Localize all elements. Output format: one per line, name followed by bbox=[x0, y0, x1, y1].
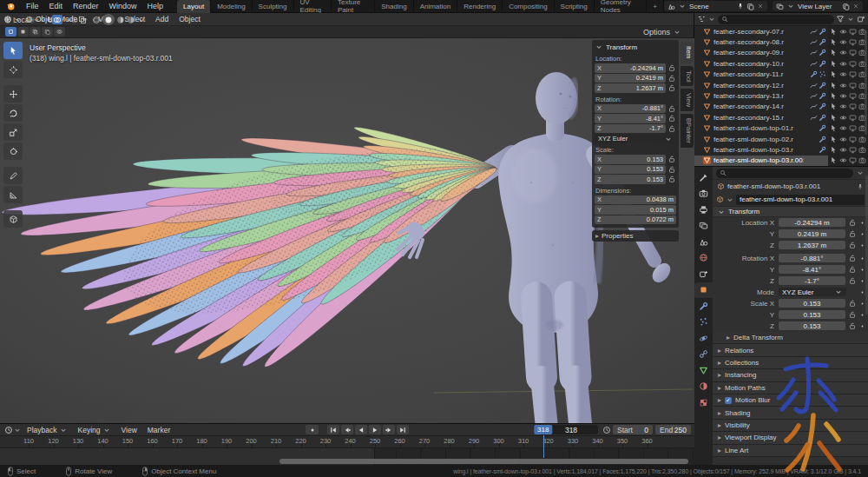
play-reverse-button[interactable] bbox=[355, 425, 367, 434]
select-mode-set[interactable] bbox=[5, 27, 16, 36]
frame-end-field[interactable]: End 250 bbox=[655, 425, 691, 434]
collapse-icon[interactable] bbox=[595, 43, 603, 51]
panel-relations[interactable]: ▸ Relations bbox=[713, 344, 868, 356]
new-scene-icon[interactable] bbox=[746, 3, 754, 10]
lock-icon[interactable] bbox=[667, 155, 676, 163]
select-mode-invert[interactable] bbox=[42, 27, 53, 36]
outliner-item[interactable]: feather-secondary-09.r bbox=[694, 48, 868, 58]
animate-dot[interactable] bbox=[858, 279, 865, 283]
properties-tab-collection[interactable] bbox=[694, 266, 713, 282]
property-value-field[interactable]: 0.153 bbox=[779, 299, 845, 308]
hide-in-viewport-icon[interactable] bbox=[839, 92, 847, 100]
selectable-toggle-icon[interactable] bbox=[830, 82, 838, 89]
value-field-z[interactable]: Z1.2637 m bbox=[595, 83, 666, 93]
lock-icon[interactable] bbox=[667, 83, 676, 92]
properties-search-input[interactable] bbox=[716, 169, 853, 178]
sidebar-tab-bpainter[interactable]: BPainter bbox=[681, 114, 694, 148]
tool-move-button[interactable] bbox=[3, 85, 23, 103]
workspace-tab-animation[interactable]: Animation bbox=[414, 0, 458, 13]
rotation-mode-dropdown[interactable]: XYZ Euler bbox=[595, 134, 676, 143]
animate-dot[interactable] bbox=[858, 290, 865, 295]
lock-icon[interactable] bbox=[667, 114, 676, 123]
tool-rotate-button[interactable] bbox=[3, 104, 23, 122]
disable-in-viewports-icon[interactable] bbox=[849, 146, 857, 154]
animate-dot[interactable] bbox=[858, 232, 865, 236]
timeline-menu-keying[interactable]: Keying bbox=[73, 426, 116, 434]
disable-in-viewports-icon[interactable] bbox=[849, 60, 857, 68]
lock-icon[interactable] bbox=[667, 104, 676, 113]
properties-subpanel[interactable]: ▸ Properties bbox=[592, 230, 679, 242]
menu-render[interactable]: Render bbox=[68, 1, 104, 11]
pin-icon[interactable] bbox=[737, 3, 744, 10]
pivot-point-dropdown[interactable] bbox=[3, 16, 23, 24]
remove-view-layer-icon[interactable] bbox=[852, 3, 859, 10]
new-collection-icon[interactable] bbox=[857, 15, 865, 23]
property-value-field[interactable]: -0.881° bbox=[779, 254, 845, 263]
timeline-scrollbar[interactable] bbox=[279, 459, 688, 464]
lock-icon[interactable] bbox=[848, 218, 857, 227]
property-value-field[interactable]: -1.7° bbox=[779, 276, 845, 286]
outliner-item[interactable]: feather-secondary-15.r bbox=[694, 112, 868, 123]
selectable-toggle-icon[interactable] bbox=[830, 28, 838, 36]
properties-tab-output[interactable] bbox=[694, 202, 713, 218]
hide-in-viewport-icon[interactable] bbox=[839, 82, 847, 89]
disable-in-viewports-icon[interactable] bbox=[849, 49, 857, 56]
value-field-y[interactable]: Y0.015 m bbox=[595, 205, 676, 215]
tool-scale-button[interactable] bbox=[3, 123, 23, 141]
disable-in-renders-icon[interactable] bbox=[858, 146, 866, 154]
disable-in-viewports-icon[interactable] bbox=[849, 114, 857, 122]
workspace-tab-geometry-nodes[interactable]: Geometry Nodes bbox=[595, 0, 648, 13]
selectable-toggle-icon[interactable] bbox=[830, 70, 838, 78]
menu-file[interactable]: File bbox=[21, 1, 44, 11]
transform-panel-header[interactable]: Transform bbox=[713, 206, 868, 217]
next-keyframe-button[interactable] bbox=[383, 425, 395, 434]
unlink-scene-icon[interactable] bbox=[757, 3, 764, 10]
outliner-item[interactable]: feather-secondary-11.r bbox=[694, 70, 868, 80]
value-field-z[interactable]: Z0.153 bbox=[595, 175, 666, 184]
tool-annotate-button[interactable] bbox=[3, 167, 23, 184]
selectable-toggle-icon[interactable] bbox=[830, 114, 838, 122]
properties-tab-material[interactable] bbox=[694, 379, 713, 395]
outliner-item[interactable]: feather-sml-down-top-03.r bbox=[694, 144, 868, 155]
panel-viewport-display[interactable]: ▸ Viewport Display bbox=[713, 432, 868, 444]
workspace-tab-shading[interactable]: Shading bbox=[375, 0, 413, 13]
timeline-menu-playback[interactable]: Playback bbox=[22, 426, 73, 434]
select-mode-extend[interactable] bbox=[17, 27, 29, 36]
sidebar-tab-view[interactable]: View bbox=[681, 89, 694, 111]
hide-in-viewport-icon[interactable] bbox=[839, 156, 847, 164]
current-frame-field[interactable]: 318 bbox=[544, 425, 598, 434]
tool-transform-button[interactable] bbox=[3, 142, 23, 160]
hide-in-viewport-icon[interactable] bbox=[839, 49, 847, 56]
menu-window[interactable]: Window bbox=[104, 1, 142, 11]
value-field-x[interactable]: X-0.881° bbox=[595, 104, 666, 114]
frame-start-field[interactable]: Start 0 bbox=[613, 425, 653, 434]
outliner-item[interactable]: feather-sml-down-top-01.r bbox=[694, 123, 868, 134]
properties-tab-tool[interactable] bbox=[694, 169, 713, 186]
viewport-menu-add[interactable]: Add bbox=[150, 15, 174, 23]
timeline-editor-icon[interactable] bbox=[4, 426, 13, 434]
shading-rendered-icon[interactable] bbox=[127, 16, 135, 24]
playhead-frame-badge[interactable]: 318 bbox=[534, 425, 552, 434]
properties-tab-world[interactable] bbox=[694, 250, 713, 267]
selectable-toggle-icon[interactable] bbox=[830, 136, 838, 143]
prev-keyframe-button[interactable] bbox=[341, 425, 353, 434]
new-view-layer-icon[interactable] bbox=[842, 3, 850, 10]
disable-in-viewports-icon[interactable] bbox=[849, 82, 857, 89]
property-value-field[interactable]: 0.153 bbox=[779, 310, 845, 320]
blender-logo-icon[interactable] bbox=[5, 1, 16, 11]
shading-solid-icon[interactable] bbox=[104, 16, 113, 24]
auto-keying-button[interactable] bbox=[306, 425, 319, 434]
hide-in-viewport-icon[interactable] bbox=[839, 60, 847, 68]
hide-in-viewport-icon[interactable] bbox=[839, 124, 847, 132]
outliner-item[interactable]: feather-secondary-14.r bbox=[694, 102, 868, 112]
property-value-field[interactable]: -0.24294 m bbox=[779, 218, 845, 228]
lock-icon[interactable] bbox=[848, 229, 857, 238]
add-workspace-button[interactable]: + bbox=[647, 0, 664, 13]
workspace-tab-modeling[interactable]: Modeling bbox=[211, 0, 252, 13]
panel-shading[interactable]: ▸ Shading bbox=[713, 407, 868, 419]
outliner-item[interactable]: feather-secondary-08.r bbox=[694, 36, 868, 47]
panel-instancing[interactable]: ▸ Instancing bbox=[713, 369, 868, 381]
hide-in-viewport-icon[interactable] bbox=[839, 38, 847, 46]
jump-to-start-button[interactable] bbox=[327, 425, 339, 434]
outliner-item[interactable]: feather-secondary-07.r bbox=[694, 26, 868, 36]
